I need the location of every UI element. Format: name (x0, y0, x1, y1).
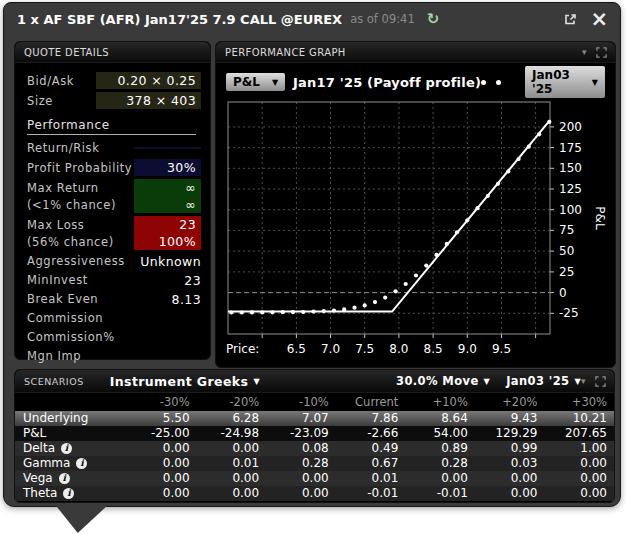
scenario-value: 0.00 (127, 456, 197, 471)
quote-value: 23 (134, 216, 201, 233)
column-header-10: -10% (266, 395, 336, 410)
scenario-value: 0.00 (127, 486, 197, 501)
quote-value: ∞ (134, 196, 201, 213)
expand-panel-icon[interactable] (596, 47, 607, 58)
scenario-row-gamma: Gammai0.000.010.280.670.280.030.00 (15, 456, 614, 471)
scenario-value: -24.98 (197, 426, 267, 441)
column-header-current: Current (336, 395, 406, 410)
close-icon[interactable]: × (590, 9, 608, 30)
info-icon[interactable]: i (76, 458, 87, 469)
chart-date-dropdown[interactable]: Jan03 '25 ▼ (525, 66, 605, 98)
option-analysis-popup: 1 x AF SBF (AFR) Jan17'25 7.9 CALL @EURE… (3, 2, 621, 507)
quote-row-mininvest: MinInvest23 (15, 272, 210, 288)
quote-label: Commission (27, 311, 103, 325)
scenario-value: -0.01 (405, 486, 475, 501)
quote-value: 8.13 (172, 292, 201, 307)
quote-label: (<1% chance) (27, 198, 116, 212)
row-label: Thetai (15, 486, 127, 501)
scenario-value: -2.66 (336, 426, 406, 441)
svg-text:7.0: 7.0 (321, 342, 340, 356)
scenario-value: -25.00 (127, 426, 197, 441)
quote-value: 23 (184, 273, 201, 288)
scenario-value: 0.00 (475, 471, 545, 486)
quote-label: MinInvest (27, 273, 88, 287)
scenario-value: -0.01 (336, 486, 406, 501)
scenario-value: 1.00 (544, 441, 614, 456)
quote-row-size: Size378 × 403 (15, 92, 210, 109)
panel-menu-chevron-icon[interactable]: ▾ (582, 48, 587, 57)
performance-chart[interactable]: -2502550751001251501752006.57.07.58.08.5… (220, 96, 612, 366)
quote-row-commission: Commission% (15, 329, 210, 345)
popup-tail (52, 505, 108, 533)
svg-text:0: 0 (559, 286, 567, 300)
quote-label: Aggressiveness (27, 254, 125, 268)
performance-graph-header: PERFORMANCE GRAPH ▾ (216, 42, 615, 63)
scenario-value: -23.09 (266, 426, 336, 441)
info-icon[interactable]: i (61, 443, 72, 454)
scenario-value: 0.00 (544, 486, 614, 501)
scenario-value: 0.08 (266, 441, 336, 456)
quote-label: Mgn Imp (27, 349, 81, 363)
quote-value: Unknown (140, 254, 201, 269)
scenario-value: 0.89 (405, 441, 475, 456)
greeks-dropdown[interactable]: Instrument Greeks ▼ (110, 374, 260, 389)
row-label: Deltai (15, 441, 127, 456)
panel-header-controls: ▾ (582, 47, 607, 58)
svg-text:150: 150 (559, 161, 582, 175)
scenario-value: 0.00 (266, 486, 336, 501)
column-header-20: -20% (197, 395, 267, 410)
svg-text:P&L: P&L (593, 206, 607, 230)
expand-panel-icon[interactable] (595, 376, 606, 387)
scenario-value: 0.00 (197, 486, 267, 501)
quote-row-56-chance: (56% chance)100% (15, 233, 210, 250)
svg-text:8.5: 8.5 (424, 342, 443, 356)
scenario-date-dropdown[interactable]: Jan03 '25 ▼ (506, 374, 581, 388)
dropdown-triangle-icon: ▼ (253, 377, 260, 386)
scenario-value: 0.49 (336, 441, 406, 456)
row-label: Gammai (15, 456, 127, 471)
scenario-value: 9.43 (475, 411, 545, 426)
refresh-icon[interactable]: ↻ (427, 12, 440, 27)
scenario-value: 6.28 (197, 411, 267, 426)
quote-row-break-even: Break Even8.13 (15, 291, 210, 307)
quote-value: 378 × 403 (96, 92, 201, 109)
scenario-value: 0.00 (197, 471, 267, 486)
svg-text:200: 200 (559, 120, 582, 134)
panel-menu-chevron-icon[interactable]: ▾ (581, 377, 586, 386)
greeks-dropdown-value: Instrument Greeks (110, 374, 249, 389)
quote-row-commission: Commission (15, 310, 210, 326)
chart-selector-row: P&L ▼ Jan17 '25 (Payoff profile) Jan03 '… (226, 70, 605, 94)
scenario-value: 0.00 (127, 471, 197, 486)
metric-dropdown[interactable]: P&L ▼ (226, 73, 285, 91)
row-label-text: Delta (23, 441, 55, 456)
window-title: 1 x AF SBF (AFR) Jan17'25 7.9 CALL @EURE… (17, 12, 342, 27)
row-label-text: Vega (23, 471, 53, 486)
scenario-value: 0.01 (197, 456, 267, 471)
as-of-timestamp: as of 09:41 (350, 12, 415, 26)
svg-text:6.5: 6.5 (287, 342, 306, 356)
dropdown-triangle-icon: ▼ (592, 78, 598, 87)
row-label: Vegai (15, 471, 127, 486)
quote-row-aggressiveness: AggressivenessUnknown (15, 253, 210, 269)
scenario-value: 0.00 (197, 441, 267, 456)
row-label: P&L (15, 426, 127, 441)
column-header-30: -30% (127, 395, 197, 410)
quote-value: 0.20 × 0.25 (96, 72, 201, 89)
scenario-value: 0.00 (475, 486, 545, 501)
scenario-row-p-l: P&L-25.00-24.98-23.09-2.6654.00129.29207… (15, 426, 614, 441)
scenario-value: 0.99 (475, 441, 545, 456)
scenarios-title: SCENARIOS (24, 376, 84, 387)
svg-text:-25: -25 (559, 306, 579, 320)
move-dropdown[interactable]: 30.0% Move ▼ (396, 374, 490, 388)
quote-section-performance: Performance (27, 118, 196, 135)
popout-icon[interactable] (563, 12, 578, 27)
scenario-value: 0.01 (336, 471, 406, 486)
info-icon[interactable]: i (63, 488, 74, 499)
scenario-value: 5.50 (127, 411, 197, 426)
quote-value: 100% (134, 233, 201, 250)
quote-row-max-loss: Max Loss23 (15, 216, 210, 233)
info-icon[interactable]: i (59, 473, 70, 484)
row-label: Underlying (15, 411, 127, 426)
scenario-value: 0.03 (475, 456, 545, 471)
chart-date-dropdown-value: Jan03 '25 (532, 68, 586, 96)
